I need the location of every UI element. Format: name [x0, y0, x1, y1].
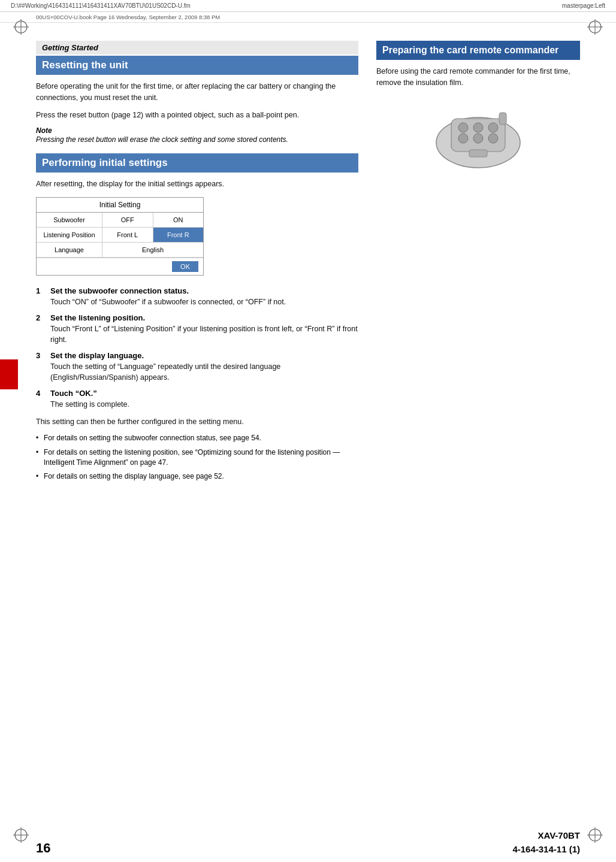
right-body: Before using the card remote commander f…: [376, 66, 580, 89]
bullet-3-text: For details on setting the display langu…: [44, 471, 224, 482]
ok-row: OK: [37, 258, 203, 275]
subwoofer-on[interactable]: ON: [153, 213, 204, 227]
initial-setting-panel: Initial Setting Subwoofer OFF ON Listeni…: [36, 197, 204, 276]
step-3: 3 Set the display language. Touch the se…: [36, 351, 358, 383]
section-darkblue-heading: Preparing the card remote commander: [376, 41, 580, 60]
page-container: D:\##Working\4164314111\416431411XAV70BT…: [0, 0, 616, 862]
step-3-body: Touch the setting of “Language” repeated…: [36, 361, 358, 383]
setting-row-subwoofer: Subwoofer OFF ON: [37, 213, 203, 228]
footer-model: XAV-70BT 4-164-314-11 (1): [512, 829, 580, 856]
initial-intro: After resetting, the display for the ini…: [36, 179, 358, 190]
setting-row-language: Language English: [37, 243, 203, 258]
listening-label: Listening Position: [37, 228, 102, 242]
setting-row-listening: Listening Position Front L Front R: [37, 228, 203, 243]
section-blue-heading-reset: Resetting the unit: [36, 56, 358, 75]
step-1-number: 1: [36, 286, 47, 295]
main-content: Getting Started Resetting the unit Befor…: [0, 23, 616, 498]
svg-point-14: [458, 123, 468, 132]
language-options: English: [102, 243, 203, 257]
step-4: 4 Touch “OK.” The setting is complete.: [36, 389, 358, 410]
step-4-title: Touch “OK.”: [50, 389, 97, 398]
subwoofer-options: OFF ON: [102, 213, 203, 227]
section-getting-started: Getting Started Resetting the unit Befor…: [36, 41, 358, 145]
step-2-number: 2: [36, 313, 47, 322]
left-column: Getting Started Resetting the unit Befor…: [36, 41, 358, 486]
header-left-path: D:\##Working\4164314111\416431411XAV70BT…: [11, 2, 191, 9]
corner-mark-tr: [586, 18, 604, 36]
bullet-list: • For details on setting the subwoofer c…: [36, 433, 358, 482]
svg-point-18: [473, 134, 483, 143]
svg-rect-20: [499, 113, 506, 125]
step-4-number: 4: [36, 389, 47, 398]
svg-point-16: [488, 123, 498, 132]
step-2-body: Touch “Front L” of “Listening Position” …: [36, 323, 358, 345]
step-2: 2 Set the listening position. Touch “Fro…: [36, 313, 358, 345]
right-column: Preparing the card remote commander Befo…: [376, 41, 580, 486]
bullet-1-text: For details on setting the subwoofer con…: [44, 433, 261, 443]
bullet-dot-2: •: [36, 447, 41, 468]
language-label: Language: [37, 243, 102, 257]
step-2-title: Set the listening position.: [50, 313, 145, 322]
footer-bar: 16 XAV-70BT 4-164-314-11 (1): [0, 829, 616, 856]
svg-point-15: [473, 123, 483, 132]
listening-front-r[interactable]: Front R: [153, 228, 204, 242]
header-bar: D:\##Working\4164314111\416431411XAV70BT…: [0, 0, 616, 12]
header-right-text: masterpage:Left: [562, 2, 605, 9]
ok-button[interactable]: OK: [172, 261, 198, 272]
step-1-body: Touch “ON” of “Subwoofer” if a subwoofer…: [36, 297, 358, 307]
bullet-3: • For details on setting the display lan…: [36, 471, 358, 482]
step-4-body: The setting is complete.: [36, 399, 358, 410]
after-steps-text: This setting can then be further configu…: [36, 416, 358, 428]
footer-page-number: 16: [36, 840, 50, 856]
note-text: Pressing the reset button will erase the…: [36, 135, 358, 145]
svg-point-19: [488, 134, 498, 143]
listening-options: Front L Front R: [102, 228, 203, 242]
svg-point-17: [458, 134, 468, 143]
panel-title: Initial Setting: [37, 198, 203, 213]
subwoofer-label: Subwoofer: [37, 213, 102, 227]
timestamp-line: 00US+00COV-U.book Page 16 Wednesday, Sep…: [0, 12, 616, 23]
red-side-tab: [0, 359, 18, 389]
card-remote-svg: [424, 101, 532, 173]
bullet-2: • For details on setting the listening p…: [36, 447, 358, 468]
step-1: 1 Set the subwoofer connection status. T…: [36, 286, 358, 307]
corner-mark-tl: [12, 18, 30, 36]
section-italic-label: Getting Started: [36, 41, 358, 55]
step-3-title: Set the display language.: [50, 351, 144, 360]
bullet-dot-1: •: [36, 433, 41, 443]
card-remote-image-container: [376, 101, 580, 173]
bullet-dot-3: •: [36, 471, 41, 482]
step-3-number: 3: [36, 351, 47, 360]
reset-body2: Press the reset button (page 12) with a …: [36, 110, 358, 121]
bullet-1: • For details on setting the subwoofer c…: [36, 433, 358, 443]
note-label: Note: [36, 126, 358, 135]
language-value[interactable]: English: [102, 243, 203, 257]
footer-model-line1: XAV-70BT: [512, 829, 580, 843]
step-1-title: Set the subwoofer connection status.: [50, 286, 189, 295]
section-initial-settings: Performing initial settings After resett…: [36, 153, 358, 482]
footer-model-line2: 4-164-314-11 (1): [512, 843, 580, 857]
subwoofer-off[interactable]: OFF: [102, 213, 153, 227]
listening-front-l[interactable]: Front L: [102, 228, 153, 242]
section-blue-heading-initial: Performing initial settings: [36, 153, 358, 173]
svg-rect-21: [469, 150, 487, 157]
reset-body1: Before operating the unit for the first …: [36, 81, 358, 104]
bullet-2-text: For details on setting the listening pos…: [44, 447, 358, 468]
